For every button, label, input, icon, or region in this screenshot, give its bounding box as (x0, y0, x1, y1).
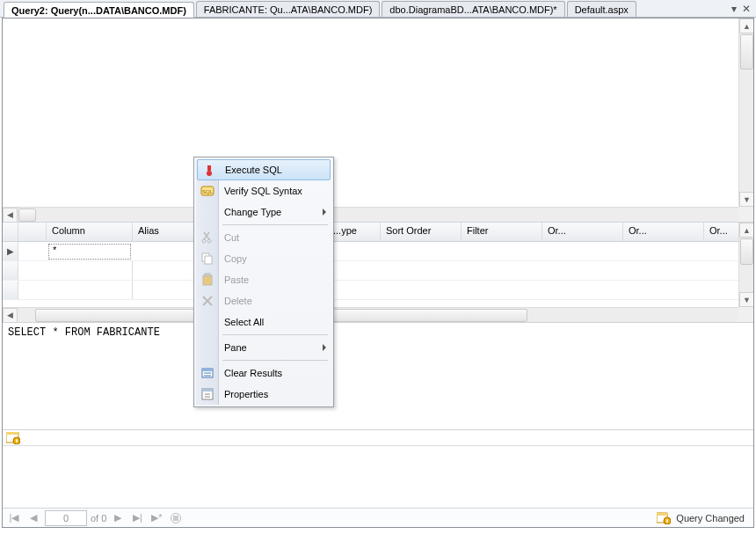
scroll-down-icon[interactable]: ▼ (739, 192, 753, 207)
grid-row-2[interactable] (3, 281, 753, 300)
tab-query2[interactable]: Query2: Query(n...DATA\BANCO.MDF) (4, 2, 194, 18)
nav-prev-icon[interactable]: ◀ (25, 510, 41, 526)
menu-label: Execute SQL (225, 165, 282, 175)
menu-properties[interactable]: Properties (196, 384, 331, 405)
diagram-horizontal-scrollbar[interactable]: ◀ ▶ (3, 207, 753, 222)
svg-rect-19 (202, 389, 213, 392)
menu-label: Verify SQL Syntax (224, 186, 302, 196)
submenu-arrow-icon (323, 344, 326, 351)
paste-icon (200, 273, 214, 287)
context-menu: Execute SQL SQL Verify SQL Syntax Change… (193, 157, 334, 407)
diagram-pane[interactable]: ▲ ▼ ◀ ▶ (3, 18, 753, 223)
svg-rect-6 (207, 165, 211, 171)
svg-point-10 (202, 239, 206, 243)
tab-strip: Query2: Query(n...DATA\BANCO.MDF) FABRIC… (0, 0, 756, 18)
execute-sql-icon (202, 164, 216, 178)
close-tab-icon[interactable]: ✕ (742, 3, 751, 15)
tab-dropdown-icon[interactable]: ▾ (731, 3, 737, 15)
grid-header-sortorder[interactable]: Sort Order (381, 223, 462, 241)
grid-cell-column-0[interactable]: * (48, 244, 131, 260)
grid-header-filter[interactable]: Filter (462, 223, 542, 241)
grid-header-sorttype[interactable]: ...ype (328, 223, 381, 241)
tab-fabricante[interactable]: FABRICANTE: Qu...ATA\BANCO.MDF) (196, 1, 381, 17)
menu-label: Clear Results (224, 368, 282, 378)
scroll-up-icon[interactable]: ▲ (739, 18, 753, 33)
grid-header-alias[interactable]: Alias (133, 223, 196, 241)
menu-label: Delete (224, 296, 252, 306)
svg-point-11 (207, 239, 211, 243)
grid-header-blank1 (18, 223, 47, 241)
svg-point-7 (207, 171, 212, 176)
grid-horizontal-scrollbar[interactable]: ◀ ▶ (3, 307, 753, 322)
nav-first-icon[interactable]: |◀ (6, 510, 22, 526)
menu-copy: Copy (196, 248, 331, 269)
grid-header-or2[interactable]: Or... (623, 223, 704, 241)
record-navigator: |◀ ◀ of 0 ▶ ▶| ▶* Query Changed (3, 508, 753, 527)
query-changed-icon (657, 512, 671, 524)
grid-row-0[interactable]: ▶ * (3, 242, 753, 261)
grid-vertical-scrollbar[interactable]: ▲ ▼ (738, 223, 753, 307)
svg-rect-1 (6, 432, 18, 435)
nav-stop-icon[interactable] (168, 510, 184, 526)
sql-text[interactable]: SELECT * FROM FABRICANTE (8, 326, 160, 339)
menu-change-type[interactable]: Change Type (196, 201, 331, 223)
sql-pane[interactable]: SELECT * FROM FABRICANTE (3, 323, 753, 430)
nav-position-input[interactable] (45, 510, 87, 526)
clear-results-icon (200, 366, 214, 380)
menu-clear-results[interactable]: Clear Results (196, 362, 331, 384)
svg-rect-4 (657, 513, 667, 516)
row-indicator-0[interactable]: ▶ (3, 242, 18, 260)
delete-icon (200, 294, 214, 308)
results-icon (6, 432, 20, 444)
grid-header-column[interactable]: Column (47, 223, 133, 241)
nav-of-label: of 0 (91, 513, 106, 523)
nav-next-icon[interactable]: ▶ (110, 510, 126, 526)
status-query-changed: Query Changed (657, 512, 750, 524)
menu-execute-sql[interactable]: Execute SQL (197, 159, 331, 180)
menu-label: Pane (224, 342, 247, 353)
cut-icon (200, 231, 214, 245)
menu-label: Cut (224, 232, 239, 243)
nav-last-icon[interactable]: ▶| (129, 510, 145, 526)
menu-delete: Delete (196, 290, 331, 311)
svg-rect-15 (205, 274, 210, 276)
grid-row-1[interactable] (3, 261, 753, 281)
grid-header-row: Column Alias ...ype Sort Order Filter Or… (3, 223, 753, 242)
svg-rect-13 (205, 256, 212, 264)
copy-icon (200, 252, 214, 266)
menu-paste: Paste (196, 269, 331, 290)
tab-default-aspx[interactable]: Default.aspx (567, 1, 636, 17)
grid-corner (3, 223, 18, 241)
menu-pane[interactable]: Pane (196, 337, 331, 358)
results-header (3, 430, 753, 446)
verify-sql-icon: SQL (200, 184, 214, 198)
tab-diagramabd[interactable]: dbo.DiagramaBD...ATA\BANCO.MDF)* (382, 1, 564, 17)
svg-text:SQL: SQL (202, 189, 214, 194)
scroll-left-icon[interactable]: ◀ (3, 208, 18, 223)
grid-pane[interactable]: Column Alias ...ype Sort Order Filter Or… (3, 223, 753, 323)
status-text: Query Changed (676, 513, 745, 523)
menu-label: Copy (224, 253, 247, 264)
menu-verify-sql[interactable]: SQL Verify SQL Syntax (196, 180, 331, 201)
diagram-vertical-scrollbar[interactable]: ▲ ▼ (738, 18, 753, 207)
grid-header-or1[interactable]: Or... (542, 223, 623, 241)
nav-new-icon[interactable]: ▶* (149, 510, 164, 526)
submenu-arrow-icon (323, 209, 326, 216)
menu-label: Paste (224, 274, 249, 285)
menu-label: Change Type (224, 207, 281, 217)
query-designer-frame: ▲ ▼ ◀ ▶ Column Alias ...ype Sort Order F… (2, 18, 754, 528)
svg-rect-14 (203, 275, 212, 285)
svg-rect-17 (202, 369, 213, 371)
properties-icon (200, 387, 214, 401)
menu-select-all[interactable]: Select All (196, 311, 331, 333)
menu-label: Properties (224, 389, 268, 399)
menu-cut: Cut (196, 227, 331, 248)
menu-label: Select All (224, 317, 264, 327)
